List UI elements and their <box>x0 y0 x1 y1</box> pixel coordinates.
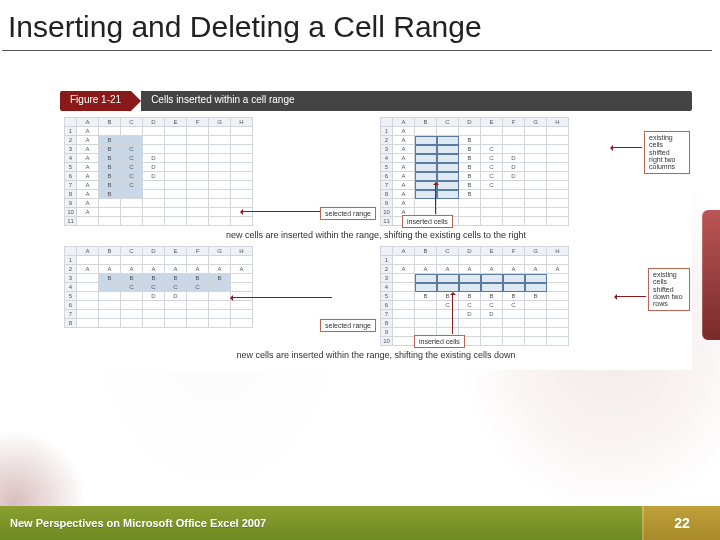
sheet-bottom-left: ABCDEFGH12AAAAAAAA3BBBBBB4CCCC5DD678 sel… <box>64 246 372 346</box>
caption-row-2: new cells are inserted within the range,… <box>64 348 688 364</box>
figure-number: Figure 1-21 <box>60 91 131 111</box>
arrow-shift-right <box>612 147 642 148</box>
figure-arrow <box>131 91 141 111</box>
arrow-selected-1 <box>242 211 332 212</box>
footer-bar: New Perspectives on Microsoft Office Exc… <box>0 506 720 540</box>
arrow-shift-down <box>616 296 646 297</box>
figure-grid: ABCDEFGH1A2AB3ABC4ABCD5ABCD6ABCD7ABC8AB9… <box>60 111 692 370</box>
callout-inserted-2: inserted cells <box>414 335 465 348</box>
callout-inserted-1: inserted cells <box>402 215 453 228</box>
caption-row-1: new cells are inserted within the range,… <box>64 228 688 244</box>
sheet-bottom-right: ABCDEFGH12AAAAAAAA345BBBBBB6CCCC7DD8910 … <box>380 246 688 346</box>
sheet-top-left: ABCDEFGH1A2AB3ABC4ABCD5ABCD6ABCD7ABC8AB9… <box>64 117 372 226</box>
callout-shift-right: existing cells shifted right two columns <box>644 131 690 174</box>
arrow-inserted-2 <box>452 294 453 334</box>
arrow-inserted-1 <box>435 184 436 214</box>
callout-selected-range-2: selected range <box>320 319 376 332</box>
arrow-selected-2 <box>232 297 332 298</box>
figure-header: Figure 1-21 Cells inserted within a cell… <box>60 91 692 111</box>
page-number: 22 <box>642 506 720 540</box>
figure-title: Cells inserted within a cell range <box>141 91 692 111</box>
figure-container: Figure 1-21 Cells inserted within a cell… <box>60 91 692 370</box>
slide-title: Inserting and Deleting a Cell Range <box>2 0 712 51</box>
footer-text: New Perspectives on Microsoft Office Exc… <box>0 506 642 540</box>
callout-selected-range-1: selected range <box>320 207 376 220</box>
side-tab-decor <box>702 210 720 340</box>
sheet-top-right: ABCDEFGH1A2AB3ABC4ABCD5ABCD6ABCD7ABC8AB9… <box>380 117 688 226</box>
callout-shift-down: existing cells shifted down two rows <box>648 268 690 311</box>
